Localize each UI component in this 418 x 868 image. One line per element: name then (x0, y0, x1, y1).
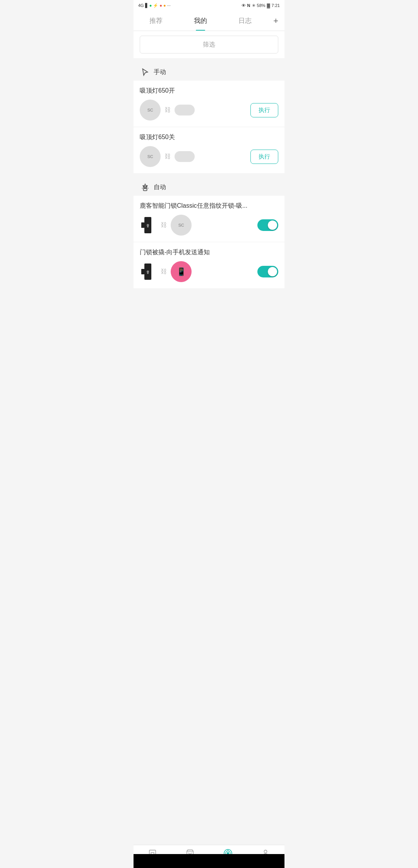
item-row: ⛓ SC (140, 215, 278, 236)
phone-notification-icon: 📱 (171, 261, 192, 282)
device-shape (175, 151, 195, 162)
tab-log[interactable]: 日志 (223, 11, 267, 31)
toggle-lock-tamper[interactable] (257, 266, 278, 277)
scene-icon-circle: SC (140, 146, 161, 167)
auto-section-title: 自动 (154, 183, 166, 191)
auto-section-header: 自动 (134, 177, 284, 196)
item-row: ⛓ 📱 (140, 261, 278, 282)
manual-section-title: 手动 (154, 68, 166, 76)
tab-bar: 推荐 我的 日志 + (134, 11, 284, 31)
item-title-lock-tamper: 门锁被撬-向手机发送通知 (140, 248, 278, 257)
item-title-light-on: 吸顶灯650开 (140, 87, 278, 95)
filter-container: 筛选 (134, 31, 284, 58)
door-lock-icon-2 (140, 261, 157, 282)
sc-icon-circle: SC (171, 215, 192, 236)
toggle-knob (268, 220, 277, 230)
cursor-icon (140, 67, 151, 78)
content-area: 筛选 手动 吸顶灯650开 SC ⛓ 执行 吸顶灯650关 (134, 31, 284, 312)
device-shape (175, 105, 195, 115)
svg-point-2 (144, 186, 145, 187)
link-icon: ⛓ (161, 268, 167, 275)
list-item: 吸顶灯650开 SC ⛓ 执行 (134, 81, 284, 127)
item-row: SC ⛓ 执行 (140, 146, 278, 167)
tab-plus-button[interactable]: + (267, 16, 284, 26)
toggle-knob (268, 267, 277, 276)
bluetooth-icon: ✳ (252, 3, 255, 8)
signal-icon: 4G (138, 3, 144, 8)
auto-list: 鹿客智能门锁Classic任意指纹开锁-吸... ⛓ SC (134, 196, 284, 288)
item-title-light-off: 吸顶灯650关 (140, 133, 278, 141)
tab-recommend[interactable]: 推荐 (134, 11, 178, 31)
door-lock-icon (140, 215, 157, 236)
app-icon1: ● (159, 3, 162, 8)
status-bar: 4G ▋ ● ⚡ ● ● ··· 👁 N ✳ 58% ▓ 7:21 (134, 0, 284, 11)
eye-icon: 👁 (242, 3, 246, 8)
separator (134, 173, 284, 177)
toggle-lock-fingerprint[interactable] (257, 219, 278, 231)
scene-icon-circle: SC (140, 100, 161, 121)
item-row: SC ⛓ 执行 (140, 100, 278, 121)
time-display: 7:21 (272, 3, 280, 8)
manual-section-header: 手动 (134, 62, 284, 81)
link-icon: ⛓ (164, 153, 171, 160)
filter-button[interactable]: 筛选 (140, 36, 278, 53)
status-right: 👁 N ✳ 58% ▓ 7:21 (242, 3, 280, 8)
robot-icon (140, 182, 151, 193)
link-icon: ⛓ (161, 222, 167, 229)
battery-icon: ▓ (267, 3, 270, 8)
list-item: 鹿客智能门锁Classic任意指纹开锁-吸... ⛓ SC (134, 196, 284, 242)
bolt-icon: ⚡ (153, 3, 158, 8)
svg-rect-5 (141, 222, 144, 228)
battery-text: 58% (257, 3, 266, 8)
link-icon: ⛓ (164, 107, 171, 114)
more-icon: ··· (167, 3, 171, 8)
svg-rect-9 (141, 269, 144, 274)
tab-mine[interactable]: 我的 (178, 11, 223, 31)
execute-button-light-off[interactable]: 执行 (250, 150, 278, 164)
manual-list: 吸顶灯650开 SC ⛓ 执行 吸顶灯650关 SC ⛓ 执行 (134, 81, 284, 173)
svg-rect-7 (147, 225, 149, 227)
status-left: 4G ▋ ● ⚡ ● ● ··· (138, 3, 171, 8)
list-item: 吸顶灯650关 SC ⛓ 执行 (134, 127, 284, 173)
svg-point-3 (146, 186, 146, 187)
svg-rect-1 (143, 189, 147, 191)
wifi-icon: ▋ (145, 3, 148, 8)
app-icon2: ● (163, 3, 166, 8)
list-item: 门锁被撬-向手机发送通知 ⛓ 📱 (134, 242, 284, 288)
svg-rect-11 (147, 272, 149, 274)
item-title-lock-fingerprint: 鹿客智能门锁Classic任意指纹开锁-吸... (140, 202, 278, 210)
wechat-icon: ● (149, 3, 152, 8)
nfc-icon: N (247, 3, 250, 8)
execute-button-light-on[interactable]: 执行 (250, 103, 278, 117)
